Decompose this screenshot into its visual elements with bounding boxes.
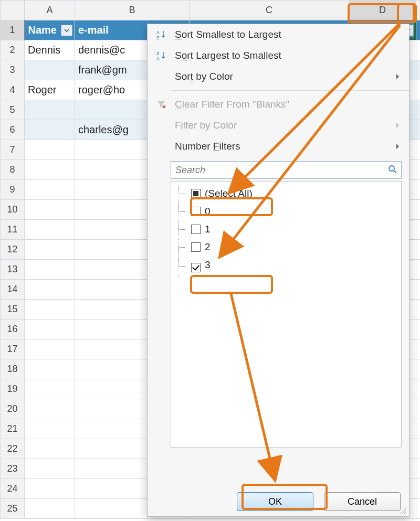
cell[interactable] [25, 359, 75, 379]
ok-button[interactable]: OK [237, 492, 313, 511]
checkbox-icon[interactable] [191, 207, 201, 216]
cell[interactable] [416, 100, 421, 120]
cell[interactable] [416, 20, 421, 40]
cell[interactable] [416, 280, 421, 300]
cell[interactable] [416, 260, 421, 280]
cell[interactable] [25, 260, 75, 280]
cell[interactable] [25, 379, 75, 399]
row-header[interactable]: 19 [1, 379, 25, 399]
row-header[interactable]: 25 [1, 499, 25, 519]
filter-drop-A[interactable] [61, 25, 72, 36]
cell[interactable] [416, 160, 421, 180]
cell[interactable] [416, 300, 421, 320]
cell[interactable] [416, 40, 421, 60]
sort-by-color[interactable]: Sort by Color [148, 66, 409, 87]
row-header[interactable]: 12 [1, 240, 25, 260]
col-header-D[interactable]: D [349, 1, 416, 20]
cell[interactable] [416, 439, 421, 459]
row-header[interactable]: 10 [1, 200, 25, 220]
checkbox-checked-icon[interactable] [191, 263, 201, 272]
cell[interactable] [416, 80, 421, 100]
row-header[interactable]: 16 [1, 320, 25, 339]
cell[interactable] [25, 160, 75, 180]
checkbox-indeterminate-icon[interactable] [191, 189, 201, 198]
row-header[interactable]: 4 [1, 80, 25, 100]
cell[interactable] [416, 499, 421, 519]
filter-search-input[interactable] [171, 161, 402, 179]
row-header[interactable]: 3 [1, 60, 25, 80]
filter-item-1[interactable]: 1 [173, 220, 399, 238]
row-header-1[interactable]: 1 [1, 20, 25, 40]
row-header[interactable]: 13 [1, 260, 25, 280]
sort-desc[interactable]: ZA Sort Largest to Smallest [148, 45, 409, 66]
select-all-cell[interactable] [1, 1, 25, 20]
col-header-B[interactable]: B [75, 1, 190, 20]
row-header[interactable]: 17 [1, 339, 25, 359]
row-header[interactable]: 6 [1, 120, 25, 140]
cell[interactable] [416, 479, 421, 499]
resize-grip-icon[interactable] [398, 507, 406, 514]
cell[interactable] [25, 180, 75, 200]
cell[interactable] [25, 100, 75, 120]
cell[interactable] [25, 300, 75, 320]
cell[interactable] [25, 60, 75, 80]
row-header[interactable]: 15 [1, 300, 25, 320]
number-filters[interactable]: Number Filters [148, 136, 409, 157]
cell[interactable] [416, 320, 421, 339]
checkbox-icon[interactable] [191, 242, 201, 252]
row-header[interactable]: 7 [1, 140, 25, 160]
col-header-C[interactable]: C [190, 1, 349, 20]
row-header[interactable]: 11 [1, 220, 25, 240]
cell[interactable] [25, 479, 75, 499]
row-header[interactable]: 5 [1, 100, 25, 120]
cell[interactable] [25, 320, 75, 339]
cell[interactable] [25, 399, 75, 419]
cell[interactable] [416, 240, 421, 260]
cell[interactable] [25, 459, 75, 479]
filter-item-2[interactable]: 2 [173, 238, 399, 256]
sort-asc[interactable]: AZ Sort Smallest to Largest [148, 24, 409, 45]
cell[interactable] [416, 180, 421, 200]
cell[interactable] [25, 419, 75, 439]
cell[interactable] [416, 60, 421, 80]
cell[interactable] [416, 399, 421, 419]
row-header[interactable]: 14 [1, 280, 25, 300]
cell[interactable] [25, 220, 75, 240]
cell[interactable] [25, 200, 75, 220]
checkbox-icon[interactable] [191, 225, 201, 234]
cell[interactable] [416, 339, 421, 359]
cell[interactable] [25, 240, 75, 260]
filter-item-0[interactable]: 0 [173, 203, 399, 220]
filter-item-select-all[interactable]: (Select All) [173, 185, 399, 203]
row-header[interactable]: 24 [1, 479, 25, 499]
cell[interactable] [416, 120, 421, 140]
cell[interactable] [416, 200, 421, 220]
cell[interactable] [25, 280, 75, 300]
row-header[interactable]: 23 [1, 459, 25, 479]
row-header[interactable]: 18 [1, 359, 25, 379]
cell[interactable] [25, 439, 75, 459]
row-header[interactable]: 8 [1, 160, 25, 180]
cell[interactable]: Dennis [25, 40, 75, 60]
cell[interactable] [416, 379, 421, 399]
col-header-E[interactable] [416, 1, 421, 20]
cell[interactable] [416, 220, 421, 240]
row-header[interactable]: 20 [1, 399, 25, 419]
cell[interactable] [25, 499, 75, 519]
cell[interactable] [416, 419, 421, 439]
cell[interactable] [416, 459, 421, 479]
cell[interactable] [416, 359, 421, 379]
cancel-button[interactable]: Cancel [324, 492, 401, 511]
row-header[interactable]: 21 [1, 419, 25, 439]
row-header[interactable]: 2 [1, 40, 25, 60]
cell[interactable] [416, 140, 421, 160]
col-header-A[interactable]: A [25, 1, 75, 20]
row-header[interactable]: 22 [1, 439, 25, 459]
cell[interactable] [25, 120, 75, 140]
row-header[interactable]: 9 [1, 180, 25, 200]
header-cell-name[interactable]: Name [25, 20, 75, 40]
filter-item-3[interactable]: 3 [173, 256, 399, 275]
cell[interactable]: Roger [25, 80, 75, 100]
cell[interactable] [25, 140, 75, 160]
filter-values-list[interactable]: (Select All) 0 1 2 3 [171, 181, 402, 448]
